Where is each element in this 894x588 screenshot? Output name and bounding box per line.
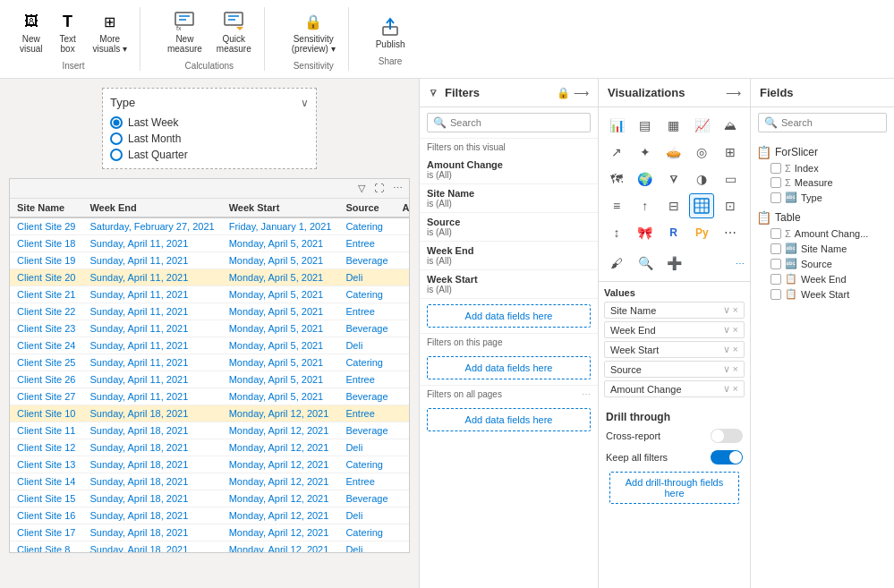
filters-search-input[interactable] <box>450 117 584 128</box>
text-box-button[interactable]: T Textbox <box>52 7 84 57</box>
fields-search-input[interactable] <box>781 117 881 128</box>
fields-tree-item[interactable]: 📋Week Start <box>771 286 889 302</box>
share-group-label: Share <box>379 56 403 66</box>
new-visual-button[interactable]: 🖼 Newvisual <box>14 7 48 57</box>
cross-report-toggle[interactable] <box>711 429 743 443</box>
fields-tree-group-header[interactable]: 📋ForSlicer <box>756 143 889 161</box>
add-drill-fields-button[interactable]: Add drill-through fields here <box>609 472 739 504</box>
publish-button[interactable]: Publish <box>370 13 411 53</box>
quick-measure-button[interactable]: Quickmeasure <box>211 7 257 57</box>
filters-expand-icon[interactable]: ⟶ <box>574 87 589 99</box>
toolbar-group-sensitivity: 🔒 Sensitivity(preview) ▾ Sensitivity <box>279 7 349 71</box>
fields-search-box[interactable]: 🔍 <box>758 113 887 132</box>
new-measure-button[interactable]: fx Newmeasure <box>162 7 208 57</box>
viz-r-script-icon[interactable]: R <box>661 220 686 245</box>
viz-kpi-icon[interactable]: ↑ <box>633 193 658 218</box>
viz-gauge-icon[interactable]: ◑ <box>689 166 714 192</box>
fields-tree-group-header[interactable]: 📋Table <box>756 209 889 226</box>
viz-field-item[interactable]: Week Start∨ × <box>604 341 745 358</box>
viz-area-chart-icon[interactable]: ⛰ <box>718 113 743 138</box>
text-box-icon: T <box>57 11 79 32</box>
drill-through-title: Drill through <box>606 411 743 423</box>
tree-item-checkbox[interactable] <box>771 289 781 300</box>
viz-line-bar-icon[interactable]: ↗ <box>604 140 629 165</box>
filter-item[interactable]: Site Nameis (All) <box>420 184 598 213</box>
tree-item-checkbox[interactable] <box>771 228 781 239</box>
fields-tree-item[interactable]: ΣIndex <box>771 161 889 175</box>
viz-bar-chart-icon[interactable]: 📊 <box>604 113 629 138</box>
viz-ribbon-icon[interactable]: 🎀 <box>633 220 658 245</box>
viz-waterfall-icon[interactable]: ↕ <box>604 220 629 245</box>
slicer-chevron-down-icon[interactable]: ∨ <box>301 97 309 109</box>
fields-tree-item[interactable]: ΣMeasure <box>771 175 889 190</box>
tree-item-checkbox[interactable] <box>771 243 781 254</box>
table-row: Client Site 14Sunday, April 18, 2021Mond… <box>10 473 409 490</box>
viz-map-icon[interactable]: 🗺 <box>604 166 629 192</box>
filters-search-box[interactable]: 🔍 <box>427 113 591 132</box>
tree-item-checkbox[interactable] <box>771 163 781 174</box>
viz-more-link[interactable]: ⋯ <box>736 251 745 276</box>
viz-100pct-bar-icon[interactable]: ▦ <box>661 113 686 138</box>
viz-analytics-icon[interactable]: 🔍 <box>633 251 658 276</box>
filter-item[interactable]: Week Endis (All) <box>420 242 598 270</box>
viz-field-item[interactable]: Amount Change∨ × <box>604 380 745 397</box>
table-row: Client Site 19Sunday, April 11, 2021Mond… <box>10 252 409 269</box>
canvas-area: Type ∨ Last Week Last Month Last Quarter <box>0 79 419 588</box>
new-visual-label: Newvisual <box>20 34 43 54</box>
viz-more-icon[interactable]: ⋯ <box>718 220 743 245</box>
viz-field-item[interactable]: Site Name∨ × <box>604 302 745 319</box>
viz-expand-icon[interactable]: ⟶ <box>726 87 741 99</box>
drill-through-section: Drill through Cross-report Keep all filt… <box>599 405 750 513</box>
viz-funnel-icon[interactable]: ⛛ <box>661 166 686 192</box>
viz-format-icon[interactable]: 🖌 <box>604 251 629 276</box>
viz-field-item[interactable]: Source∨ × <box>604 361 745 378</box>
focus-mode-icon[interactable]: ⛶ <box>371 181 387 196</box>
viz-field-item[interactable]: Week End∨ × <box>604 321 745 338</box>
tree-item-checkbox[interactable] <box>771 177 781 188</box>
viz-multirow-card-icon[interactable]: ≡ <box>604 193 629 218</box>
fields-tree-item[interactable]: 🔤Type <box>771 190 889 205</box>
keep-all-filters-toggle[interactable] <box>711 450 743 464</box>
sensitivity-button[interactable]: 🔒 Sensitivity(preview) ▾ <box>286 7 341 57</box>
tree-item-checkbox[interactable] <box>771 192 781 203</box>
filter-funnel-icon: ⛛ <box>429 87 439 99</box>
search-icon: 🔍 <box>433 116 447 129</box>
viz-donut-chart-icon[interactable]: ◎ <box>689 140 714 165</box>
viz-treemap-icon[interactable]: ⊞ <box>718 140 743 165</box>
more-visuals-button[interactable]: ⊞ Morevisuals ▾ <box>88 7 132 57</box>
viz-line-chart-icon[interactable]: 📈 <box>689 113 714 138</box>
viz-add-icon[interactable]: ➕ <box>661 251 686 276</box>
viz-matrix-icon[interactable]: ⊡ <box>718 193 743 218</box>
fields-panel-title: Fields <box>760 86 794 99</box>
filter-icon[interactable]: ▽ <box>355 181 368 196</box>
more-options-icon[interactable]: ⋯ <box>390 181 405 196</box>
col-week-start: Week Start <box>222 199 339 217</box>
visualizations-panel: Visualizations ⟶ 📊 ▤ ▦ 📈 ⛰ ↗ ✦ 🥧 ◎ ⊞ 🗺 🌍 <box>599 79 751 588</box>
viz-python-icon[interactable]: Py <box>689 220 714 245</box>
filters-lock-icon[interactable]: 🔒 <box>557 87 570 99</box>
main-area: Type ∨ Last Week Last Month Last Quarter <box>0 79 894 588</box>
tree-item-checkbox[interactable] <box>771 274 781 285</box>
fields-tree-item[interactable]: 📋Week End <box>771 271 889 286</box>
slicer-option-last-quarter[interactable]: Last Quarter <box>110 149 309 161</box>
fields-tree-item[interactable]: 🔤Source <box>771 256 889 271</box>
add-data-visual-button[interactable]: Add data fields here <box>427 304 591 328</box>
viz-stacked-bar-icon[interactable]: ▤ <box>633 113 658 138</box>
viz-table-icon[interactable] <box>689 193 714 218</box>
filter-item[interactable]: Sourceis (All) <box>420 213 598 242</box>
fields-tree-item[interactable]: ΣAmount Chang... <box>771 226 889 241</box>
slicer-option-last-week[interactable]: Last Week <box>110 116 309 129</box>
viz-filled-map-icon[interactable]: 🌍 <box>633 166 658 192</box>
viz-slicer-icon[interactable]: ⊟ <box>661 193 686 218</box>
viz-card-icon[interactable]: ▭ <box>718 166 743 192</box>
tree-item-checkbox[interactable] <box>771 259 781 269</box>
add-data-all-button[interactable]: Add data fields here <box>427 408 591 431</box>
slicer-option-last-month[interactable]: Last Month <box>110 132 309 145</box>
viz-pie-chart-icon[interactable]: 🥧 <box>661 140 686 165</box>
filter-item[interactable]: Week Startis (All) <box>420 270 598 299</box>
filter-item[interactable]: Amount Changeis (All) <box>420 156 598 184</box>
viz-scatter-icon[interactable]: ✦ <box>633 140 658 165</box>
dots-all-icon[interactable]: ⋯ <box>582 389 591 399</box>
fields-tree-item[interactable]: 🔤Site Name <box>771 241 889 256</box>
add-data-page-button[interactable]: Add data fields here <box>427 356 591 379</box>
